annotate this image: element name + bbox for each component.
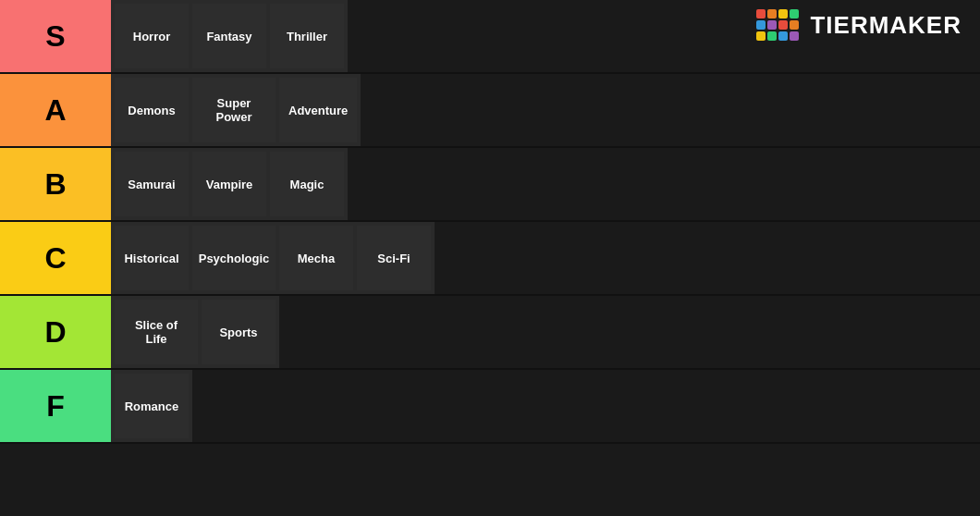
tier-item[interactable]: Magic: [270, 152, 344, 216]
tier-row-c: CHistoricalPsychologicMechaSci-Fi: [0, 222, 980, 296]
tier-label-c: C: [0, 222, 111, 294]
tier-empty-d: [279, 296, 980, 368]
tier-filled-b: SamuraiVampireMagic: [111, 148, 348, 220]
tier-filled-s: HorrorFantasyThriller: [111, 0, 348, 72]
tier-label-d: D: [0, 296, 111, 368]
tier-filled-d: Slice of LifeSports: [111, 296, 279, 368]
tier-items-section-a: DemonsSuper PowerAdventure: [111, 74, 980, 146]
tier-item[interactable]: Vampire: [192, 152, 266, 216]
tier-filled-f: Romance: [111, 370, 192, 442]
tier-row-f: FRomance: [0, 370, 980, 444]
tier-row-b: BSamuraiVampireMagic: [0, 148, 980, 222]
tier-item[interactable]: Romance: [115, 374, 189, 438]
tier-items-section-c: HistoricalPsychologicMechaSci-Fi: [111, 222, 980, 294]
tier-items-section-b: SamuraiVampireMagic: [111, 148, 980, 220]
tier-empty-f: [192, 370, 980, 442]
tier-label-b: B: [0, 148, 111, 220]
tier-label-f: F: [0, 370, 111, 442]
tier-items-section-d: Slice of LifeSports: [111, 296, 980, 368]
logo-text: TiERMAKER: [810, 11, 962, 40]
tier-table: SHorrorFantasyThrillerADemonsSuper Power…: [0, 0, 980, 444]
tier-item[interactable]: Historical: [115, 226, 189, 290]
tier-item[interactable]: Fantasy: [192, 4, 266, 68]
tier-filled-a: DemonsSuper PowerAdventure: [111, 74, 361, 146]
tier-item[interactable]: Adventure: [279, 78, 357, 142]
tier-item[interactable]: Demons: [115, 78, 189, 142]
tier-filled-c: HistoricalPsychologicMechaSci-Fi: [111, 222, 435, 294]
app-container: TiERMAKER SHorrorFantasyThrillerADemonsS…: [0, 0, 980, 516]
tier-item[interactable]: Thriller: [270, 4, 344, 68]
tier-item[interactable]: Sports: [202, 300, 276, 364]
tier-empty-a: [361, 74, 980, 146]
logo-area: TiERMAKER: [756, 9, 962, 41]
tier-row-a: ADemonsSuper PowerAdventure: [0, 74, 980, 148]
tier-item[interactable]: Samurai: [115, 152, 189, 216]
tier-item[interactable]: Mecha: [279, 226, 353, 290]
tier-item[interactable]: Super Power: [192, 78, 276, 142]
tier-item[interactable]: Slice of Life: [115, 300, 198, 364]
tier-empty-b: [348, 148, 980, 220]
tier-empty-c: [435, 222, 980, 294]
tier-label-s: S: [0, 0, 111, 72]
tier-item[interactable]: Horror: [115, 4, 189, 68]
logo-grid: [756, 9, 799, 41]
tier-item[interactable]: Sci-Fi: [357, 226, 431, 290]
tier-items-section-f: Romance: [111, 370, 980, 442]
tier-item[interactable]: Psychologic: [192, 226, 276, 290]
tier-row-d: DSlice of LifeSports: [0, 296, 980, 370]
tier-label-a: A: [0, 74, 111, 146]
